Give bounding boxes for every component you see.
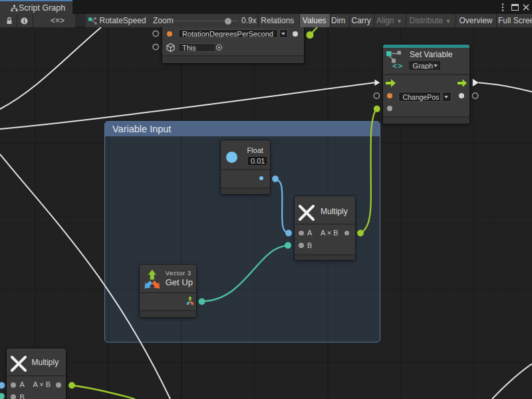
svg-text:<>: <> [392, 62, 403, 70]
